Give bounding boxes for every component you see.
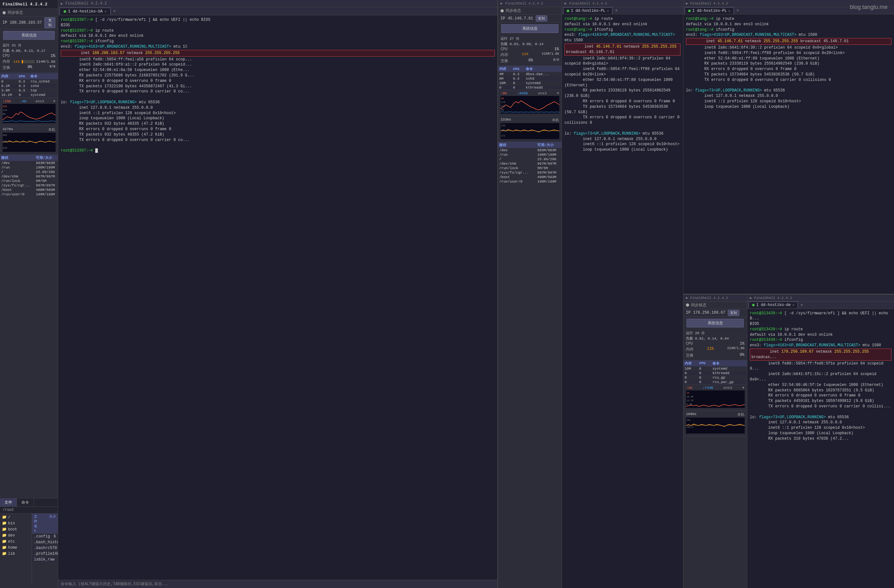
dir-item[interactable]: 📁lib [0,550,32,557]
pl-tab[interactable]: 1 dd-hostiko-PL ✕ [563,8,612,14]
dir-name: / [8,515,10,520]
terminal-ua-tab[interactable]: 1 dd-hostiko-UA ✕ [59,8,110,15]
svg-text:202.5: 202.5 [501,129,508,132]
term-line: lo: flags=73<UP,LOOPBACK,RUNNING> mtu 65… [61,100,495,105]
proc-col-mem[interactable]: 内存 [0,73,17,79]
term-line: TX errors 0 dropped 0 overruns 0 carrier… [61,138,495,143]
proc-col-cpu[interactable]: CPU [17,73,29,79]
de-add-tab[interactable]: + [798,301,805,308]
folder-icon: 📁 [2,527,7,532]
de-proc-cpu-col[interactable]: CPU [698,360,711,366]
de-latency-area: 188ms 本机 201 189.5 [683,411,747,437]
terminal-pl-top-output[interactable]: root@tang:~# ip route default via 10.0.0… [683,14,894,294]
table-row: /sys/fs/cgr...997M/997M [498,171,562,175]
svg-text:1K: 1K [687,391,689,394]
middle-sys-info-btn[interactable]: 系统信息 [501,24,559,33]
file-item[interactable]: .bashrc570 [32,545,58,551]
term-line: inet6 fe80::5054:ff:feel:ff89 prefixlen … [686,50,891,56]
middle-mem-row: 内存 11% 215M/1.9G [501,52,559,57]
proc-mem: 0 [0,79,17,84]
middle-ip-row: IP 45.146.7.61 复制 [498,15,562,23]
pl-tab-close[interactable]: ✕ [607,9,609,13]
dir-item[interactable]: 📁home [0,544,32,550]
table-row: /boot400M/503M [498,175,562,179]
middle-mem-label: 内存 [501,52,508,57]
term-line: root@tang:~# ifconfig [565,27,681,33]
svg-text:362: 362 [3,134,8,136]
middle-latency-ms: 233ms [501,118,511,122]
de-proc-mem-col[interactable]: 内存 [683,360,698,366]
de-logo: ▶ FinalShell 4.2.4.2 [750,296,792,300]
file-tree: 📁/ 📁bin 📁boot 📁dev 📁etc 📁home 📁lib 文件名 ∧… [0,514,58,584]
sys-info-button[interactable]: 系统信息 [3,31,55,40]
dir-item[interactable]: 📁dev [0,532,32,538]
terminal-de-output[interactable]: root@313439:~# [ -d /sys/firmware/efi ] … [747,309,894,588]
dir-item[interactable]: 📁/ [0,514,32,520]
proc-col-cmd[interactable]: 命令 [524,66,562,72]
bottom-de-area: ▶ FinalShell 4.2.4.2 同步状态 IP 178.250.189… [683,295,894,588]
de-stats-sidebar: ▶ FinalShell 4.2.4.2 同步状态 IP 178.250.189… [683,295,747,588]
terminal-pl-top-right: ▶ FinalShell 4.2.4.2 1 dd-hostiko-PL ✕ +… [683,0,894,295]
copy-ip-button[interactable]: 复制 [44,17,55,28]
de-copy-btn[interactable]: 复制 [728,310,739,316]
de-tab[interactable]: 1 dd-hostiko-de ✕ [749,301,798,308]
table-row: /run/user/0199M/199M [0,192,58,197]
term-line: default via 10.0.0.1 dev ens3 onlink [565,22,681,27]
pl-tab-label: 1 dd-hostiko-PL [571,9,606,13]
file-item[interactable]: .bash_history6 [32,540,58,545]
proc-cpu: 0 [17,93,29,97]
dir-name: dev [8,533,15,538]
term-line: root@313397:~# ifconfig [61,39,495,44]
table-row: /run196M/199M [498,153,562,157]
terminal-pl-output[interactable]: root@tang:~# ip route default via 10.0.0… [562,14,683,588]
de-net-header: ↑1K ↓744B ens3 ▼ [686,386,744,390]
middle-latency-svg: 233 202.5 172 [501,123,559,139]
proc-col-cpu[interactable]: CPU [512,66,524,72]
table-row: /run196M/199M [0,165,58,170]
de-tab-close[interactable]: ✕ [792,303,794,307]
table-row: /sys/fs/cgr...997M/997M [0,183,58,188]
file-item[interactable]: lsblk_raw [32,557,58,562]
table-row: /run/lock5M/5M [0,179,58,183]
term-line-highlight: inet 45.146.7.61 netmask 255.255.255.255… [686,38,891,45]
proc-cpu: 0.3 [17,88,29,93]
file-item[interactable]: .profile148 [32,551,58,557]
network-chart-area: ↑25K ↓4K ens3 ▼ 25K 17K 8K [0,98,58,126]
de-proc-cmd-col[interactable]: 命令 [711,360,747,366]
term-line: root@tang:~# ip route [686,16,891,22]
de-load: 负载 0.02, 0.14, 0.64 [686,336,744,341]
proc-col-mem[interactable]: 内存 [498,66,512,72]
add-tab-icon[interactable]: + [110,8,118,15]
middle-swap-pct: 0% [529,58,533,63]
terminal-ua-output[interactable]: root@313397:~# [ -d /sys/firmware/efi ] … [58,15,497,580]
process-section: 内存 CPU 命令 0 0.3 rcu_sched 8.1M 0.3 sshd … [0,73,58,98]
dir-item[interactable]: 📁boot [0,526,32,532]
mem-percent: 11% [14,60,20,63]
de-sys-info-btn[interactable]: 系统信息 [687,319,744,327]
dir-item[interactable]: 📁bin [0,520,32,526]
table-row: /dev/shm997M/997M [498,162,562,166]
pl-top-close[interactable]: ✕ [728,9,730,13]
pl-app-title: FinalShell 4.2.4.2 [569,2,607,5]
tab-close-icon[interactable]: ✕ [104,10,106,14]
cmd-tab[interactable]: 命令 [17,499,34,506]
dir-item[interactable]: 📁etc [0,538,32,544]
proc-col-cmd[interactable]: 命令 [29,73,58,79]
mem-bar [22,60,35,63]
de-titlebar: ▶ FinalShell 4.2.4.2 [747,295,894,301]
pl-add-tab[interactable]: + [612,7,620,14]
term-line: ether 52:54:00:e1:0a:58 txqueuelen 1000 … [61,68,495,73]
pl-top-add-tab[interactable]: + [734,7,741,14]
folder-icon: 📁 [2,545,7,550]
term-line: RX errors 0 dropped 0 overruns 0 frame 0 [686,67,891,72]
svg-text:25K: 25K [3,105,8,108]
cmd-input-hint: 命令输入 (按ALT键提示历史,TAB键路径,ESC键返回,双击... [61,582,169,586]
file-item[interactable]: .config6 [32,534,58,540]
pl-top-tab[interactable]: 1 dd-hostiko-PL ✕ [685,8,734,14]
middle-copy-btn[interactable]: 复制 [536,15,547,21]
term-line: TX packets 932 bytes 48355 (47.2 KiB) [61,132,495,138]
tab-active-dot [63,10,66,13]
term-line: RX packets 23338119 bytes 255614902549 (… [686,61,891,67]
term-line: inet6 2a0c:b641:6f4:39::2 prefixlen 64 s… [565,56,681,67]
file-tab[interactable]: 文件 [0,499,17,506]
